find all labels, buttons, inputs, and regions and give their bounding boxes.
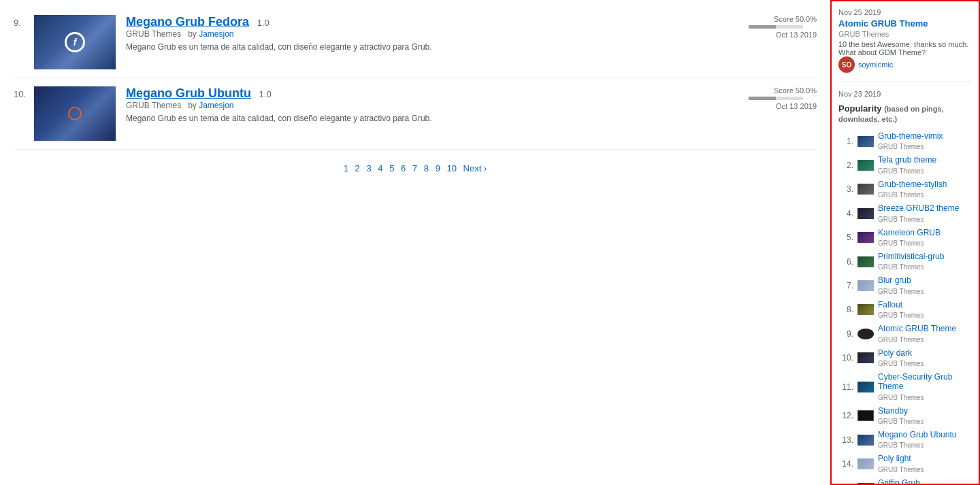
product-version: 1.0 [259, 89, 272, 99]
pop-info: Cyber-Security Grub Theme GRUB Themes [878, 372, 972, 402]
pop-name-link[interactable]: Atomic GRUB Theme [878, 324, 972, 333]
pop-rank: 2. [838, 161, 853, 170]
product-category: GRUB Themes [126, 29, 181, 39]
product-date: Oct 13 2019 [749, 31, 817, 39]
pop-info: Grub-theme-vimix GRUB Themes [878, 131, 972, 151]
popularity-title: Popularity (based on pings, downloads, e… [838, 103, 972, 124]
author-link[interactable]: soymicmic [858, 61, 893, 69]
sidebar-comment: Nov 25 2019 Atomic GRUB Theme GRUB Theme… [838, 8, 972, 82]
product-item: 10. Megano Grub Ubuntu 1.0 GRUB Themes b… [14, 78, 817, 150]
pop-name-link[interactable]: Griffin Grub [878, 478, 972, 485]
popularity-item: 2. Tela grub theme GRUB Themes [838, 153, 972, 177]
pop-info: Griffin Grub GRUB Themes [878, 478, 972, 485]
pop-thumbnail [858, 280, 874, 291]
pop-thumbnail [858, 184, 874, 195]
pop-category: GRUB Themes [878, 394, 924, 401]
comment-date-2: Nov 23 2019 [838, 90, 972, 98]
pop-info: Breeze GRUB2 theme GRUB Themes [878, 203, 972, 223]
pop-thumbnail [858, 483, 874, 485]
pop-name-link[interactable]: Breeze GRUB2 theme [878, 203, 972, 213]
pop-name-link[interactable]: Grub-theme-vimix [878, 131, 972, 141]
product-title-link[interactable]: Megano Grub Ubuntu [126, 86, 251, 100]
page-4[interactable]: 4 [378, 163, 382, 173]
pop-thumbnail [858, 382, 874, 392]
page-1[interactable]: 1 [344, 163, 348, 173]
pop-name-link[interactable]: Poly dark [878, 348, 972, 358]
pop-thumbnail [858, 208, 874, 219]
popularity-item: 8. Fallout GRUB Themes [838, 298, 972, 322]
pop-rank: 9. [838, 329, 853, 339]
product-thumbnail-9: f [34, 15, 116, 69]
product-title-link[interactable]: Megano Grub Fedora [126, 15, 249, 29]
sidebar: Nov 25 2019 Atomic GRUB Theme GRUB Theme… [830, 0, 980, 485]
product-thumbnail-10 [34, 86, 116, 141]
popularity-section: Popularity (based on pings, downloads, e… [838, 103, 972, 485]
fedora-icon: f [65, 32, 85, 52]
page-8[interactable]: 8 [424, 163, 429, 173]
pop-info: Grub-theme-stylish GRUB Themes [878, 180, 972, 199]
pop-name-link[interactable]: Tela grub theme [878, 155, 972, 165]
pop-name-link[interactable]: Poly light [878, 454, 972, 463]
product-description: Megano Grub es un tema de alta calidad, … [126, 42, 749, 52]
page-10[interactable]: 10 [446, 163, 456, 173]
popularity-item: 13. Megano Grub Ubuntu GRUB Themes [838, 428, 972, 452]
pop-name-link[interactable]: Cyber-Security Grub Theme [878, 372, 972, 392]
thumbnail-image: f [34, 15, 116, 69]
page-9[interactable]: 9 [436, 163, 440, 173]
pop-category: GRUB Themes [878, 167, 924, 175]
pop-rank: 13. [838, 435, 853, 445]
score-label: Score 50.0% [749, 86, 817, 95]
product-author[interactable]: Jamesjon [199, 101, 233, 110]
popularity-item: 6. Primitivistical-grub GRUB Themes [838, 250, 972, 273]
pop-rank: 4. [838, 209, 853, 218]
pop-rank: 3. [838, 184, 853, 194]
comment-title[interactable]: Atomic GRUB Theme [838, 18, 972, 29]
page-2[interactable]: 2 [355, 163, 360, 173]
popularity-item: 7. Blur grub GRUB Themes [838, 273, 972, 297]
pop-category: GRUB Themes [878, 441, 924, 449]
popularity-item: 14. Poly light GRUB Themes [838, 452, 972, 475]
score-fill [749, 25, 776, 29]
pop-info: Poly light GRUB Themes [878, 454, 972, 473]
score-bar [749, 25, 803, 29]
page-5[interactable]: 5 [389, 163, 394, 173]
pagination: 1 2 3 4 5 6 7 8 9 10 Next › [14, 150, 817, 187]
product-meta: GRUB Themes by Jamesjon [126, 29, 749, 39]
pop-rank: 7. [838, 281, 853, 290]
pop-info: Primitivistical-grub GRUB Themes [878, 252, 972, 271]
pop-info: Megano Grub Ubuntu GRUB Themes [878, 430, 972, 450]
popularity-item: 9. Atomic GRUB Theme GRUB Themes [838, 322, 972, 346]
pop-thumbnail [858, 410, 874, 421]
pop-category: GRUB Themes [878, 216, 924, 223]
pop-category: GRUB Themes [878, 336, 924, 344]
product-title-line: Megano Grub Fedora 1.0 [126, 15, 749, 29]
pop-info: Fallout GRUB Themes [878, 300, 972, 320]
pop-thumbnail [858, 136, 874, 147]
pop-name-link[interactable]: Kameleon GRUB [878, 228, 972, 237]
product-meta: GRUB Themes by Jamesjon [126, 101, 749, 110]
pop-name-link[interactable]: Blur grub [878, 275, 972, 285]
page-6[interactable]: 6 [401, 163, 406, 173]
pop-name-link[interactable]: Standby [878, 406, 972, 416]
popularity-item: 3. Grub-theme-stylish GRUB Themes [838, 178, 972, 201]
pop-thumbnail [858, 232, 874, 243]
pop-name-link[interactable]: Megano Grub Ubuntu [878, 430, 972, 439]
pop-category: GRUB Themes [878, 466, 924, 473]
comment-date: Nov 25 2019 [838, 8, 972, 16]
pop-name-link[interactable]: Primitivistical-grub [878, 252, 972, 261]
pop-category: GRUB Themes [878, 360, 924, 367]
product-info: Megano Grub Fedora 1.0 GRUB Themes by Ja… [126, 15, 749, 52]
product-score: Score 50.0% Oct 13 2019 [749, 15, 817, 39]
pop-name-link[interactable]: Grub-theme-stylish [878, 180, 972, 189]
comment-title-link[interactable]: Atomic GRUB Theme [838, 18, 928, 29]
page-3[interactable]: 3 [366, 163, 371, 173]
page-next[interactable]: Next › [463, 163, 487, 173]
pop-category: GRUB Themes [878, 143, 924, 150]
pop-name-link[interactable]: Fallout [878, 300, 972, 310]
product-author[interactable]: Jamesjon [199, 29, 233, 39]
pop-thumbnail [858, 304, 874, 315]
page-7[interactable]: 7 [412, 163, 417, 173]
popularity-item: 5. Kameleon GRUB GRUB Themes [838, 226, 972, 250]
pop-thumbnail [858, 160, 874, 171]
score-label: Score 50.0% [749, 15, 817, 23]
